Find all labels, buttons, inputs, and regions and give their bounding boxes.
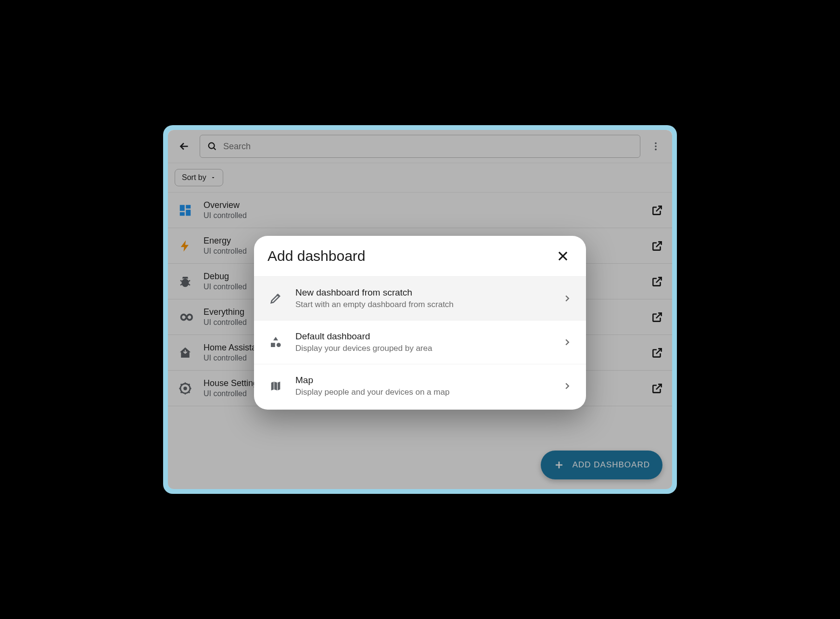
option-text: New dashboard from scratch Start with an… — [295, 287, 550, 310]
dialog-body[interactable]: New dashboard from scratch Start with an… — [254, 277, 586, 410]
chevron-right-icon — [562, 381, 573, 391]
svg-rect-11 — [271, 343, 275, 347]
map-icon — [267, 378, 284, 394]
option-text: Default dashboard Display your devices g… — [295, 331, 550, 353]
option-text: Map Display people and your devices on a… — [295, 375, 550, 397]
dialog-header: Add dashboard — [254, 236, 586, 277]
device-frame: Sort by Overview UI controlled — [163, 125, 677, 494]
app-window: Sort by Overview UI controlled — [168, 130, 672, 489]
add-dashboard-dialog: Add dashboard New dashboard from scratch… — [254, 236, 586, 410]
option-subtitle: Display your devices grouped by area — [295, 344, 550, 353]
chevron-right-icon — [562, 337, 573, 348]
option-title: Map — [295, 375, 550, 386]
pencil-icon — [267, 290, 284, 307]
option-new-dashboard[interactable]: New dashboard from scratch Start with an… — [254, 277, 586, 321]
option-title: New dashboard from scratch — [295, 287, 550, 298]
close-icon — [556, 249, 570, 263]
option-subtitle: Display people and your devices on a map — [295, 387, 550, 397]
dialog-close-button[interactable] — [553, 246, 573, 266]
chevron-right-icon — [562, 293, 573, 304]
svg-point-12 — [277, 343, 281, 347]
shapes-icon — [267, 334, 284, 350]
option-map[interactable]: Map Display people and your devices on a… — [254, 364, 586, 408]
option-default-dashboard[interactable]: Default dashboard Display your devices g… — [254, 321, 586, 364]
option-subtitle: Start with an empty dashboard from scrat… — [295, 300, 550, 310]
option-title: Default dashboard — [295, 331, 550, 342]
dialog-title: Add dashboard — [267, 248, 366, 264]
